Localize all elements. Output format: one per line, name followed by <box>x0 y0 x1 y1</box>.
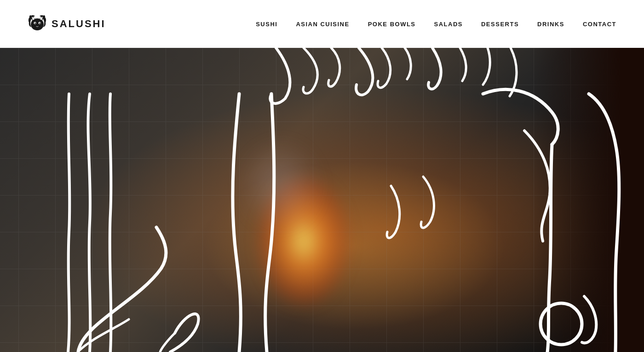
nav-contact[interactable]: CONTACT <box>583 21 616 28</box>
nav-salads[interactable]: SALADS <box>434 21 463 28</box>
hero-section <box>0 48 644 352</box>
nav-desserts[interactable]: DESSERTS <box>481 21 519 28</box>
svg-point-8 <box>39 23 40 24</box>
nav-asian-cuisine[interactable]: ASIAN CUISINE <box>296 21 349 28</box>
nav-drinks[interactable]: DRINKS <box>537 21 564 28</box>
salushi-logo-icon <box>28 14 47 34</box>
logo-text: SALUSHI <box>52 18 106 30</box>
main-nav: SUSHI ASIAN CUISINE POKE BOWLS SALADS DE… <box>256 21 616 28</box>
logo[interactable]: SALUSHI <box>28 14 106 34</box>
svg-point-7 <box>34 23 36 24</box>
header: SALUSHI SUSHI ASIAN CUISINE POKE BOWLS S… <box>0 0 644 48</box>
nav-sushi[interactable]: SUSHI <box>256 21 277 28</box>
svg-point-10 <box>540 303 582 345</box>
nav-poke-bowls[interactable]: POKE BOWLS <box>368 21 416 28</box>
svg-point-9 <box>36 25 39 26</box>
illustration-overlay <box>0 48 644 352</box>
